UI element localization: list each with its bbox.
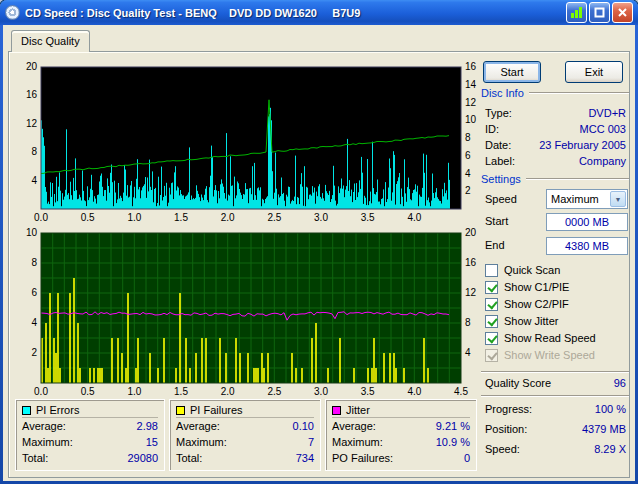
disc-date-row: Date:23 February 2005 <box>485 139 626 151</box>
legend-title: Jitter <box>346 404 370 416</box>
start-button[interactable]: Start <box>483 61 541 83</box>
checkbox-icon <box>485 349 498 362</box>
legend-title: PI Failures <box>190 404 243 416</box>
window-buttons <box>566 2 633 23</box>
pi-failures-swatch-icon <box>176 406 185 415</box>
chart-button[interactable] <box>566 2 587 23</box>
legend-row: Maximum:10.9 % <box>332 434 470 450</box>
position-row: Position:4379 MB <box>485 423 626 435</box>
svg-text:0.5: 0.5 <box>81 386 95 397</box>
svg-text:1.5: 1.5 <box>174 386 188 397</box>
quality-score-row: Quality Score96 <box>485 377 626 389</box>
end-label: End <box>485 239 505 251</box>
svg-text:4: 4 <box>31 175 37 186</box>
legend-pi-errors: PI Errors Average:2.98 Maximum:15 Total:… <box>15 399 165 471</box>
svg-text:0.0: 0.0 <box>34 386 48 397</box>
legend-row: Maximum:15 <box>22 434 158 450</box>
checkbox-icon <box>485 332 498 345</box>
svg-text:2.5: 2.5 <box>267 386 281 397</box>
legend-row: Average:2.98 <box>22 418 158 434</box>
svg-text:3.5: 3.5 <box>361 212 375 223</box>
pi-errors-swatch-icon <box>22 406 31 415</box>
svg-text:4: 4 <box>465 168 471 179</box>
tab-label: Disc Quality <box>21 35 80 47</box>
svg-text:12: 12 <box>465 287 477 298</box>
legend-row: Average:9.21 % <box>332 418 470 434</box>
svg-text:3.0: 3.0 <box>314 386 328 397</box>
speed-select[interactable]: Maximum ▼ <box>546 189 628 209</box>
close-icon <box>617 7 628 18</box>
maximize-button[interactable] <box>589 2 610 23</box>
svg-text:2.0: 2.0 <box>221 212 235 223</box>
svg-text:4: 4 <box>465 347 471 358</box>
app-window: CD Speed : Disc Quality Test - BENQ DVD … <box>0 0 638 484</box>
svg-text:8: 8 <box>31 146 37 157</box>
checkbox-icon <box>485 281 498 294</box>
legend-pi-failures: PI Failures Average:0.10 Maximum:7 Total… <box>169 399 321 471</box>
svg-text:10: 10 <box>465 114 477 125</box>
svg-text:12: 12 <box>26 118 38 129</box>
svg-text:10: 10 <box>26 227 38 238</box>
svg-text:0.5: 0.5 <box>81 212 95 223</box>
checkbox-icon <box>485 298 498 311</box>
svg-text:16: 16 <box>465 61 477 72</box>
legend-jitter: Jitter Average:9.21 % Maximum:10.9 % PO … <box>325 399 477 471</box>
svg-text:4.0: 4.0 <box>407 386 421 397</box>
svg-text:1.0: 1.0 <box>127 386 141 397</box>
svg-text:1.0: 1.0 <box>127 212 141 223</box>
title-bar[interactable]: CD Speed : Disc Quality Test - BENQ DVD … <box>0 0 638 25</box>
app-disc-icon <box>5 5 20 20</box>
svg-text:20: 20 <box>465 227 477 238</box>
checkbox-show-c1-pie[interactable]: Show C1/PIE <box>485 280 569 294</box>
legend-row: Total:29080 <box>22 450 158 466</box>
svg-text:16: 16 <box>465 257 477 268</box>
speed-row: Speed:8.29 X <box>485 443 626 455</box>
svg-text:8: 8 <box>465 132 471 143</box>
checkbox-show-c2-pif[interactable]: Show C2/PIF <box>485 297 569 311</box>
checkbox-icon <box>485 264 498 277</box>
chart-icon <box>570 6 583 19</box>
disc-type-row: Type:DVD+R <box>485 107 626 119</box>
separator <box>481 371 629 373</box>
jitter-swatch-icon <box>332 406 341 415</box>
progress-row: Progress:100 % <box>485 403 626 415</box>
svg-text:2.5: 2.5 <box>267 212 281 223</box>
close-button[interactable] <box>612 2 633 23</box>
svg-text:3.0: 3.0 <box>314 212 328 223</box>
disc-id-row: ID:MCC 003 <box>485 123 626 135</box>
svg-text:8: 8 <box>465 317 471 328</box>
checkbox-show-jitter[interactable]: Show Jitter <box>485 314 558 328</box>
checkbox-show-write-speed: Show Write Speed <box>485 348 595 362</box>
svg-text:3.5: 3.5 <box>361 386 375 397</box>
separator <box>481 395 629 397</box>
end-position-field[interactable]: 4380 MB <box>546 237 628 255</box>
svg-text:4.5: 4.5 <box>454 386 468 397</box>
start-position-field[interactable]: 0000 MB <box>546 213 628 231</box>
svg-text:4.0: 4.0 <box>407 212 421 223</box>
client-area: Disc Quality 201612841614121086420.00.51… <box>3 25 635 481</box>
svg-text:16: 16 <box>26 89 38 100</box>
settings-header: Settings <box>481 173 629 185</box>
disc-label-row: Label:Company <box>485 155 626 167</box>
svg-text:14: 14 <box>465 79 477 90</box>
tab-disc-quality[interactable]: Disc Quality <box>11 30 90 52</box>
start-label: Start <box>485 215 508 227</box>
svg-text:6: 6 <box>31 287 37 298</box>
disc-quality-charts: 201612841614121086420.00.51.01.52.02.53.… <box>11 55 481 403</box>
svg-text:2.0: 2.0 <box>221 386 235 397</box>
speed-label: Speed <box>485 193 517 205</box>
maximize-icon <box>594 7 605 18</box>
svg-text:20: 20 <box>26 61 38 72</box>
checkbox-quick-scan[interactable]: Quick Scan <box>485 263 560 277</box>
legend-title: PI Errors <box>36 404 79 416</box>
legend-row: PO Failures:0 <box>332 450 470 466</box>
svg-text:1.5: 1.5 <box>174 212 188 223</box>
exit-button[interactable]: Exit <box>565 61 623 83</box>
svg-text:4: 4 <box>31 317 37 328</box>
chevron-down-icon[interactable]: ▼ <box>610 191 626 207</box>
legend-row: Maximum:7 <box>176 434 314 450</box>
window-title: CD Speed : Disc Quality Test - BENQ DVD … <box>25 7 566 19</box>
svg-text:0.0: 0.0 <box>34 212 48 223</box>
checkbox-show-read-speed[interactable]: Show Read Speed <box>485 331 596 345</box>
disc-info-header: Disc Info <box>481 87 629 99</box>
